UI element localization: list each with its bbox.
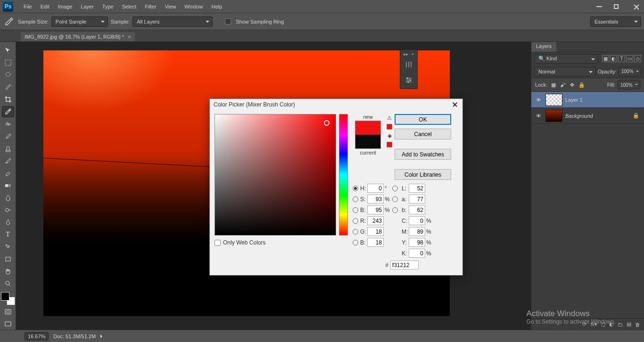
radio-lab-b[interactable] <box>392 207 398 213</box>
filter-smart-icon[interactable]: ◇ <box>634 55 641 62</box>
layers-tab[interactable]: Layers <box>531 42 556 52</box>
clone-stamp-tool-icon[interactable] <box>2 143 14 155</box>
brushes-panel-icon[interactable] <box>402 58 416 72</box>
ok-button[interactable]: OK <box>395 114 451 125</box>
g-input[interactable] <box>367 227 384 236</box>
color-swatches[interactable] <box>1 292 15 305</box>
k-input[interactable] <box>409 249 425 258</box>
layer-name-label[interactable]: Background <box>565 113 593 119</box>
minimize-button[interactable] <box>591 2 607 11</box>
menu-window[interactable]: Window <box>180 2 207 11</box>
hex-input[interactable] <box>390 261 419 269</box>
filter-adjust-icon[interactable]: ◐ <box>610 55 617 62</box>
sample-dropdown[interactable]: All Layers <box>132 16 213 27</box>
color-compare-swatch[interactable] <box>355 121 381 149</box>
lock-trans-icon[interactable]: ▦ <box>550 81 557 89</box>
history-brush-tool-icon[interactable] <box>2 155 14 167</box>
eyedropper-tool-icon[interactable] <box>3 16 15 28</box>
only-web-colors-checkbox[interactable] <box>215 240 221 246</box>
menu-layer[interactable]: Layer <box>76 2 98 11</box>
new-layer-icon[interactable]: ▤ <box>627 321 631 327</box>
close-window-button[interactable] <box>625 2 641 11</box>
link-layers-icon[interactable]: ⟳ <box>582 321 586 327</box>
menu-type[interactable]: Type <box>98 2 118 11</box>
blur-tool-icon[interactable] <box>2 192 14 204</box>
filter-shape-icon[interactable]: ▭ <box>626 55 633 62</box>
menu-image[interactable]: Image <box>54 2 77 11</box>
type-tool-icon[interactable]: T <box>2 229 14 240</box>
filter-type-icon[interactable]: T <box>618 55 625 62</box>
y-input[interactable] <box>409 238 425 247</box>
radio-bl[interactable] <box>353 240 358 245</box>
collapsed-dock[interactable]: ▸▸× <box>400 49 418 89</box>
layer-fx-icon[interactable]: fx▾ <box>590 321 597 327</box>
lasso-tool-icon[interactable] <box>2 69 14 81</box>
radio-b[interactable] <box>353 207 358 213</box>
marquee-tool-icon[interactable] <box>2 57 14 68</box>
filter-kind-dropdown[interactable]: 🔍 Kind <box>534 54 598 64</box>
lock-pos-icon[interactable]: ✥ <box>569 81 576 89</box>
close-tab-icon[interactable]: × <box>128 34 131 40</box>
dodge-tool-icon[interactable] <box>2 204 14 216</box>
gradient-tool-icon[interactable] <box>2 180 14 191</box>
close-dock-icon[interactable]: × <box>412 52 414 57</box>
sample-size-dropdown[interactable]: Point Sample <box>51 16 108 27</box>
maximize-button[interactable] <box>608 2 624 11</box>
hand-tool-icon[interactable] <box>2 266 14 277</box>
expand-dock-icon[interactable]: ▸▸ <box>404 52 408 57</box>
pen-tool-icon[interactable] <box>2 217 14 228</box>
color-libraries-button[interactable]: Color Libraries <box>395 169 451 180</box>
menu-edit[interactable]: Edit <box>36 2 54 11</box>
menu-select[interactable]: Select <box>118 2 141 11</box>
canvas-area[interactable]: Color Picker (Mixer Brush Color) Only We… <box>16 42 531 330</box>
zoom-readout[interactable]: 16.67% <box>25 332 49 341</box>
menu-help[interactable]: Help <box>207 2 226 11</box>
magic-wand-tool-icon[interactable] <box>2 81 14 93</box>
group-icon[interactable]: 🗀 <box>618 322 623 327</box>
gamut-warning-icon[interactable]: ⚠ <box>387 115 392 121</box>
document-tab[interactable]: IMG_8922.jpg @ 16.7% (Layer 1, RGB/8) * … <box>21 32 135 41</box>
menu-view[interactable]: View <box>161 2 181 11</box>
lock-all-icon[interactable]: 🔒 <box>578 81 585 89</box>
eyedropper-tool[interactable] <box>2 106 14 117</box>
radio-a[interactable] <box>392 196 398 202</box>
layer-mask-icon[interactable]: ◻ <box>601 321 605 327</box>
c-input[interactable] <box>409 216 425 225</box>
screenmode-icon[interactable] <box>2 318 14 330</box>
menu-filter[interactable]: Filter <box>140 2 160 11</box>
delete-layer-icon[interactable]: 🗑 <box>635 322 640 327</box>
zoom-tool-icon[interactable] <box>2 278 14 289</box>
menu-file[interactable]: File <box>19 2 36 11</box>
shape-tool-icon[interactable] <box>2 253 14 265</box>
layer-thumbnail[interactable] <box>545 94 562 106</box>
bri-input[interactable] <box>367 205 384 214</box>
status-flyout-icon[interactable] <box>100 334 104 338</box>
show-sampling-ring-checkbox[interactable] <box>225 18 231 24</box>
radio-g[interactable] <box>353 229 358 235</box>
r-input[interactable] <box>367 216 384 225</box>
color-marker[interactable] <box>324 120 330 126</box>
radio-s[interactable] <box>353 196 358 202</box>
only-web-colors[interactable]: Only Web Colors <box>215 239 348 246</box>
opacity-input[interactable]: 100% <box>619 67 641 76</box>
quickmask-icon[interactable] <box>2 306 14 318</box>
radio-h[interactable] <box>353 186 358 191</box>
m-input[interactable] <box>409 227 425 236</box>
h-input[interactable] <box>367 184 384 193</box>
path-select-tool-icon[interactable] <box>2 241 14 252</box>
layer-filter-icons[interactable]: ▦ ◐ T ▭ ◇ <box>602 55 641 62</box>
websafe-swatch[interactable] <box>387 142 392 147</box>
visibility-icon[interactable]: 👁 <box>534 113 543 119</box>
eraser-tool-icon[interactable] <box>2 168 14 179</box>
lock-image-icon[interactable]: 🖌 <box>559 81 566 89</box>
layer-row[interactable]: 👁 Layer 1 <box>531 92 644 108</box>
fill-input[interactable]: 100% <box>618 80 640 90</box>
blue-input[interactable] <box>367 238 384 247</box>
adjustment-layer-icon[interactable]: ◐ <box>609 321 614 327</box>
brush-tool-icon[interactable] <box>2 130 14 142</box>
gamut-swatch[interactable] <box>387 124 392 130</box>
add-to-swatches-button[interactable]: Add to Swatches <box>395 149 451 160</box>
dialog-close-button[interactable] <box>451 101 459 108</box>
filter-pixel-icon[interactable]: ▦ <box>602 55 609 62</box>
cancel-button[interactable]: Cancel <box>395 129 451 139</box>
